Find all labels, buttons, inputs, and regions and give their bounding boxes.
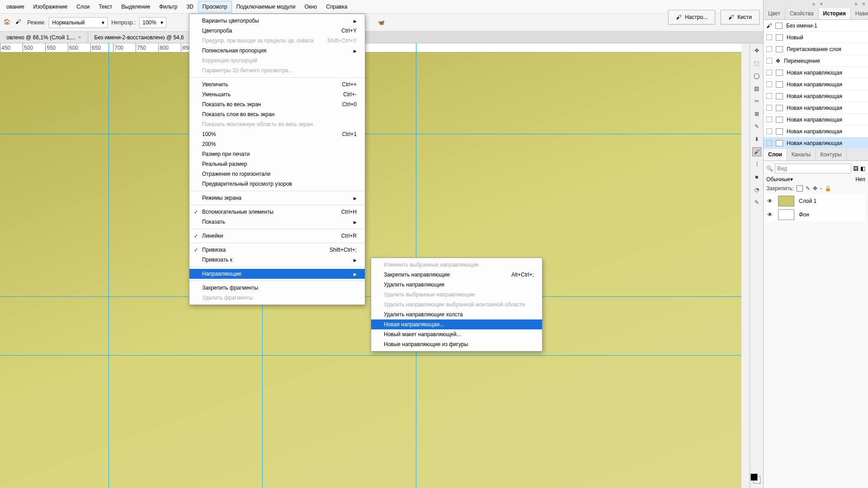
menu-item[interactable]: 3D (182, 1, 198, 13)
menu-item[interactable]: Слои (72, 1, 94, 13)
menu-item[interactable]: Просмотр (198, 1, 232, 13)
history-state[interactable]: Новая направляющая (764, 114, 868, 126)
history-state[interactable]: Новая направляющая (764, 90, 868, 102)
close-icon[interactable]: × (862, 1, 865, 7)
color-swatch[interactable] (750, 474, 760, 483)
menu-item[interactable]: Закрепить фрагменты (189, 283, 365, 293)
blend-mode-select[interactable]: Нормальный▾ (49, 17, 108, 28)
guide-horizontal[interactable] (0, 355, 741, 356)
tool-button[interactable]: 🖌 (752, 147, 761, 156)
menu-item[interactable]: ПривязкаShift+Ctrl+; (189, 245, 365, 255)
menu-item[interactable]: Показать слои во весь экран (189, 109, 365, 119)
history-state[interactable]: Новый (764, 32, 868, 43)
menu-item[interactable]: Попиксельная пропорция (189, 46, 365, 56)
menu-item[interactable]: ЛинейкиCtrl+R (189, 231, 365, 241)
butterfly-icon[interactable]: 🦋 (378, 19, 385, 26)
tool-button[interactable]: ⸾ (752, 160, 761, 169)
history-state[interactable]: Новая направляющая (764, 137, 868, 149)
menu-item[interactable]: Направляющие (189, 269, 365, 279)
panel-tab[interactable]: Цвет (764, 8, 785, 19)
history-state[interactable]: Новая направляющая (764, 67, 868, 79)
panel-tab[interactable]: Контуры (816, 149, 846, 160)
tool-button[interactable]: ⬚ (752, 59, 761, 68)
tool-button[interactable]: ✎ (752, 122, 761, 131)
menu-item[interactable]: 100%Ctrl+1 (189, 129, 365, 139)
menu-item[interactable]: ЦветопробаCtrl+Y (189, 26, 365, 36)
layer-row[interactable]: 👁Фон (766, 208, 865, 221)
menu-item[interactable]: Предварительный просмотр узоров (189, 179, 365, 189)
menu-item[interactable]: Изображение (29, 1, 72, 13)
menu-item[interactable]: Подключаемые модули (232, 1, 300, 13)
menu-item[interactable]: Удалить направляющие (371, 280, 542, 290)
foreground-color[interactable] (750, 474, 758, 481)
history-document-row[interactable]: 🖌 Без имени-1 (764, 20, 868, 32)
collapse-icon[interactable]: » (854, 1, 858, 7)
menu-item[interactable]: Реальный размер (189, 159, 365, 169)
shortcut-button[interactable]: 🖌Настро... (668, 10, 715, 24)
menu-item[interactable]: Новые направляющие из фигуры (371, 339, 542, 349)
panel-tab[interactable]: Слои (764, 149, 787, 160)
menu-item[interactable]: Текст (94, 1, 117, 13)
menu-item[interactable]: Показать (189, 217, 365, 227)
tool-button[interactable]: ✎ (752, 198, 761, 207)
filter-toggle-icon[interactable]: ◧ (860, 165, 865, 172)
tool-button[interactable]: ◔ (752, 185, 761, 194)
history-state[interactable]: Новая направляющая (764, 79, 868, 90)
history-state[interactable]: Новая направляющая (764, 102, 868, 114)
visibility-icon[interactable]: 👁 (766, 211, 774, 218)
lock-move-icon[interactable]: ✥ (813, 185, 817, 192)
collapse-icon[interactable]: » (812, 1, 816, 7)
layer-filter-input[interactable] (775, 164, 851, 174)
guide-horizontal[interactable] (0, 134, 741, 134)
opacity-select[interactable]: 100%▾ (139, 17, 166, 28)
history-state[interactable]: Перетаскивание слоя (764, 43, 868, 55)
panel-tab[interactable]: История (819, 8, 851, 19)
menu-item[interactable]: Фильтр (155, 1, 182, 13)
blend-mode-layers[interactable]: Обычные▾ (766, 176, 854, 183)
menu-item[interactable]: Закрепить направляющиеAlt+Ctrl+; (371, 270, 542, 280)
document-tab[interactable]: овлено @ 66,1% (Слой 1,...× (0, 32, 88, 43)
shortcut-button[interactable]: 🖌Кисти (721, 10, 760, 24)
panel-tab[interactable]: Навигатор (851, 8, 868, 19)
panel-tab[interactable]: Свойства (785, 8, 819, 19)
menu-item[interactable]: Удалить направляющие холста (371, 310, 542, 319)
layer-row[interactable]: 👁Слой 1 (766, 194, 865, 208)
history-state[interactable]: Новая направляющая (764, 126, 868, 137)
menu-item[interactable]: Отражение по горизонтали (189, 169, 365, 179)
menu-item[interactable]: УменьшитьCtrl+- (189, 89, 365, 99)
panel-tab[interactable]: Каналы (787, 149, 816, 160)
menu-item[interactable]: УвеличитьCtrl++ (189, 80, 365, 89)
close-icon[interactable]: × (820, 1, 823, 7)
lock-artboard-icon[interactable]: ▫ (820, 185, 822, 192)
tool-button[interactable]: ⊠ (752, 109, 761, 118)
filter-icon[interactable]: 🖼 (853, 165, 859, 172)
tool-button[interactable]: ⬇ (752, 135, 761, 144)
tool-preset-icon[interactable]: 🖌 (15, 19, 24, 27)
menu-item[interactable]: Варианты цветопробы (189, 16, 365, 26)
tool-button[interactable]: ■ (752, 173, 761, 182)
lock-all-icon[interactable]: 🔒 (825, 185, 831, 192)
tool-button[interactable]: ▧ (752, 84, 761, 93)
menu-item[interactable]: Показать во весь экранCtrl+0 (189, 99, 365, 109)
close-icon[interactable]: × (78, 34, 81, 41)
menu-item[interactable]: ование (2, 1, 29, 13)
visibility-icon[interactable]: 👁 (766, 198, 774, 204)
tool-button[interactable]: ✥ (752, 46, 761, 55)
menu-item[interactable]: Новый макет направляющей... (371, 329, 542, 339)
menu-item[interactable]: Размер при печати (189, 149, 365, 159)
home-icon[interactable]: 🏠 (4, 19, 12, 27)
history-state[interactable]: ✥Перемещение (764, 55, 868, 67)
tool-button[interactable]: ◯ (752, 71, 761, 80)
menu-item[interactable]: Окно (300, 1, 321, 13)
menu-item[interactable]: Вспомогательные элементыCtrl+H (189, 207, 365, 217)
menu-item[interactable]: Выделение (117, 1, 155, 13)
lock-brush-icon[interactable]: ✎ (806, 185, 810, 192)
menu-item[interactable]: Привязать к (189, 255, 365, 265)
guide-vertical[interactable] (108, 43, 109, 488)
menu-item[interactable]: Новая направляющая... (371, 319, 542, 329)
menu-item[interactable]: Справка (321, 1, 352, 13)
horizontal-ruler[interactable]: 4505005506006507007508008501350140014501… (0, 43, 741, 52)
menu-item[interactable]: Режимы экрана (189, 193, 365, 203)
menu-item[interactable]: 200% (189, 139, 365, 149)
tool-button[interactable]: ✂ (752, 97, 761, 106)
